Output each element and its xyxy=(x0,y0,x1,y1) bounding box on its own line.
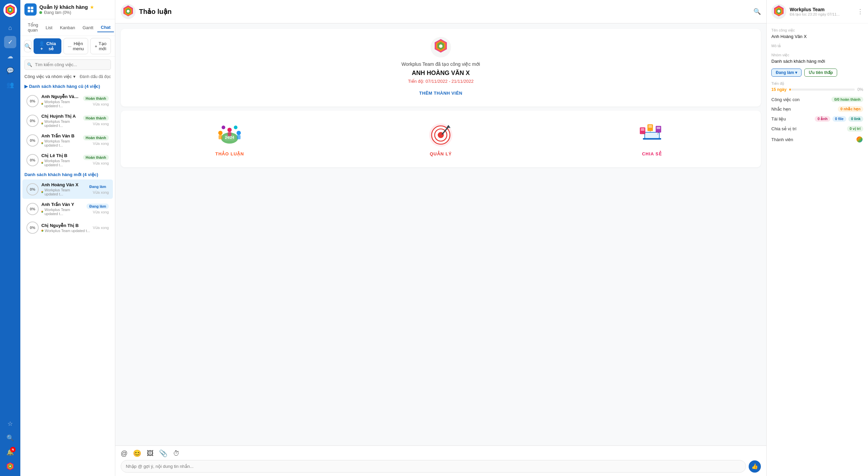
nav-home[interactable]: ⌂ xyxy=(4,22,16,34)
sidebar-search-wrap: 🔍 xyxy=(20,57,115,73)
new-task-button[interactable]: + Tạo mới xyxy=(90,38,111,54)
task-info: Anh Hoàng Văn X Workplus Team updated t.… xyxy=(41,182,84,196)
app-logo[interactable] xyxy=(3,3,17,17)
task-item[interactable]: 0% Chị Nguyễn Thị B Workplus Team update… xyxy=(22,219,113,236)
chevron-down-icon: ▾ xyxy=(73,74,76,79)
add-member-button[interactable]: THÊM THÀNH VIÊN xyxy=(412,88,469,98)
task-item[interactable]: 0% Chị Lê Thị B Workplus Team updated t.… xyxy=(22,150,113,170)
task-item[interactable]: 0% Anh Nguyễn Văn A Workplus Team update… xyxy=(22,91,113,111)
task-info: Anh Trần Văn Y Workplus Team updated t..… xyxy=(41,202,84,216)
status-text: Đang làm (0%) xyxy=(44,10,71,15)
sidebar-filter-row: Công việc và nhóm việc ▾ Đánh dấu đã đọc xyxy=(20,73,115,82)
task-item-active[interactable]: 0% Anh Hoàng Văn X Workplus Team updated… xyxy=(22,179,113,199)
thaoluan-illustration: 24/24 xyxy=(214,121,245,149)
message-avatar xyxy=(431,37,451,57)
task-item[interactable]: 0% Anh Trần Văn Y Workplus Team updated … xyxy=(22,199,113,218)
dots-icon: ··· xyxy=(68,44,72,49)
share-button[interactable]: 👤+ Chia sẻ xyxy=(34,38,61,54)
filter-label: Công việc và nhóm việc xyxy=(24,74,72,79)
quanly-illustration xyxy=(426,121,456,149)
task-info: Anh Trần Văn B Workplus Team updated t..… xyxy=(41,133,80,147)
chat-input-wrap: 👍 xyxy=(121,460,761,473)
section-header-cu[interactable]: ▶ Danh sách khách hàng cũ (4 việc) xyxy=(20,82,115,91)
sidebar-header: Quản lý khách hàng ★ Đang làm (0%) xyxy=(20,0,115,19)
task-item[interactable]: 0% Anh Trần Văn B Workplus Team updated … xyxy=(22,131,113,150)
section-header-moi[interactable]: Danh sách khách hàng mới (4 việc) xyxy=(20,170,115,179)
task-info: Anh Nguyễn Văn A Workplus Team updated t… xyxy=(41,94,80,108)
members-row xyxy=(856,136,863,143)
nav-tasks[interactable]: ✓ xyxy=(4,36,16,48)
chat-input[interactable] xyxy=(121,460,746,473)
task-info: Chị Lê Thị B Workplus Team updated t... xyxy=(41,153,80,167)
thaoluan-label: THẢO LUẬN xyxy=(215,151,244,156)
svg-rect-47 xyxy=(648,126,652,126)
send-button[interactable]: 👍 xyxy=(749,460,761,473)
task-badge: Đang làm xyxy=(86,184,109,189)
priority-tag[interactable]: Ưu tiên thấp xyxy=(804,69,837,77)
favorite-icon[interactable]: ★ xyxy=(90,4,94,10)
svg-point-26 xyxy=(218,131,223,135)
system-task-name: ANH HOÀNG VĂN X xyxy=(412,70,470,77)
status-tag[interactable]: Đang làm ▾ xyxy=(771,69,802,77)
sidebar-title: Quản lý khách hàng xyxy=(39,4,88,10)
nav-chat[interactable]: 💬 xyxy=(4,64,16,77)
svg-rect-51 xyxy=(656,128,660,129)
nav-users[interactable]: 👥 xyxy=(4,79,16,91)
attachment-icon[interactable]: 📎 xyxy=(159,449,167,457)
rp-docs-row: Tài liệu 0 ảnh 0 file 0 link xyxy=(771,116,863,122)
tab-chat[interactable]: Chat xyxy=(97,23,114,32)
nav-star[interactable]: ☆ xyxy=(4,418,16,430)
rp-subtask-row: Công việc con 0/0 hoàn thành xyxy=(771,97,863,102)
task-list: ▶ Danh sách khách hàng cũ (4 việc) 0% An… xyxy=(20,82,115,476)
timer-icon[interactable]: ⏱ xyxy=(173,450,180,457)
mention-icon[interactable]: @ xyxy=(121,450,127,457)
mark-read-button[interactable]: Đánh dấu đã đọc xyxy=(80,74,111,79)
system-msg-text: Workplus Team đã tạo công việc mới xyxy=(401,61,480,67)
svg-rect-9 xyxy=(28,7,30,9)
menu-card-thaoluan[interactable]: 24/24 THẢO LUẬN xyxy=(126,116,333,162)
nav-cloud[interactable]: ☁ xyxy=(4,50,16,62)
rp-progress-field: Tiến độ 15 ngày 0% xyxy=(771,81,863,92)
task-item[interactable]: 0% Chị Huỳnh Thị A Workplus Team updated… xyxy=(22,111,113,130)
task-percent: 0% xyxy=(26,183,39,195)
tab-gantt[interactable]: Gantt xyxy=(79,23,97,32)
svg-rect-27 xyxy=(219,135,222,139)
menu-card-quanly[interactable]: QUẢN LÝ xyxy=(337,116,545,162)
svg-rect-45 xyxy=(640,130,644,131)
svg-point-8 xyxy=(9,465,11,467)
nav-search[interactable]: 🔍 xyxy=(4,432,16,444)
task-info: Chị Nguyễn Thị B Workplus Team updated t… xyxy=(41,223,90,233)
view-tabs: Tổng quan List Kanban Gantt Chat Báo cáo xyxy=(20,19,115,36)
global-search-button[interactable]: 🔍 xyxy=(24,40,32,52)
nav-bell[interactable]: 🔔 N xyxy=(4,446,16,458)
task-percent: 0% xyxy=(26,222,39,234)
chat-header: Thảo luận 🔍 xyxy=(115,0,766,23)
emoji-icon[interactable]: 😊 xyxy=(133,449,141,457)
svg-point-30 xyxy=(237,131,241,135)
filter-dropdown[interactable]: Công việc và nhóm việc ▾ xyxy=(24,74,76,79)
chat-search-icon[interactable]: 🔍 xyxy=(753,8,761,15)
rp-members-row: Thành viên xyxy=(771,136,863,143)
tab-list[interactable]: List xyxy=(42,23,56,32)
system-message-card: Workplus Team đã tạo công việc mới ANH H… xyxy=(121,29,761,107)
rp-group-field: Nhóm việc Danh sách khách hàng mới xyxy=(771,53,863,64)
search-input[interactable] xyxy=(24,59,111,70)
show-menu-button[interactable]: ··· Hiện menu xyxy=(63,38,88,54)
tab-kanban[interactable]: Kanban xyxy=(57,23,79,32)
share-icon: 👤+ xyxy=(39,41,44,51)
svg-rect-49 xyxy=(655,126,661,133)
reminder-badge: 0 nhắc hẹn xyxy=(838,106,863,112)
image-icon[interactable]: 🖼 xyxy=(147,450,154,457)
menu-card-chiase[interactable]: CHIA SẺ xyxy=(548,116,755,162)
task-percent: 0% xyxy=(26,203,39,215)
rp-task-name-field: Tên công việc Anh Hoàng Văn X xyxy=(771,28,863,39)
sidebar-app-icon xyxy=(24,3,37,16)
nav-settings[interactable] xyxy=(4,460,16,473)
svg-rect-46 xyxy=(647,125,653,131)
right-panel-more[interactable]: ⋮ xyxy=(857,8,863,15)
doc-files: 0 ảnh 0 file 0 link xyxy=(815,116,863,122)
tab-tong-quan[interactable]: Tổng quan xyxy=(24,21,41,34)
task-badge: Hoàn thành xyxy=(83,135,109,140)
svg-point-22 xyxy=(439,44,442,48)
svg-rect-29 xyxy=(228,132,232,136)
